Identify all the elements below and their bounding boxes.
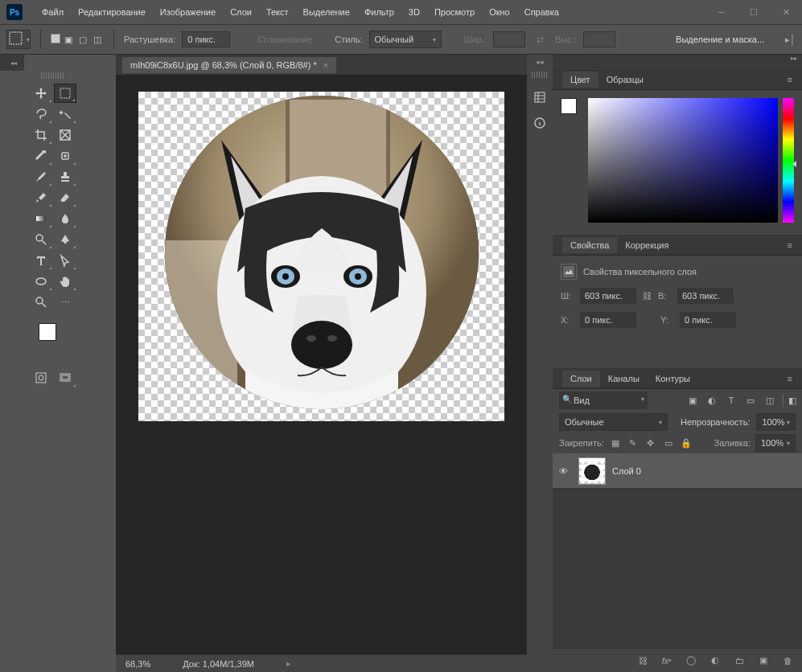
select-and-mask-button[interactable]: Выделение и маска... xyxy=(668,31,772,47)
swatches-tab[interactable]: Образцы xyxy=(598,72,652,88)
menu-help[interactable]: Справка xyxy=(517,4,566,20)
shape-tool[interactable] xyxy=(30,272,52,291)
eraser-tool[interactable] xyxy=(54,188,76,207)
filter-adjust-icon[interactable]: ◐ xyxy=(705,394,718,407)
selection-intersect-icon[interactable]: ◫ xyxy=(91,34,104,45)
antialias-checkbox[interactable] xyxy=(241,35,251,44)
layer-row[interactable]: 👁 Слой 0 xyxy=(553,453,802,489)
gradient-tool[interactable] xyxy=(30,209,52,228)
move-tool[interactable] xyxy=(30,84,52,103)
style-select[interactable]: Обычный▾ xyxy=(369,31,442,48)
feather-input[interactable] xyxy=(182,31,230,47)
minimize-button[interactable]: ─ xyxy=(705,0,738,24)
props-panel-menu-icon[interactable]: ≡ xyxy=(788,240,792,250)
link-wh-icon[interactable]: ⛓ xyxy=(643,291,652,301)
lasso-tool[interactable] xyxy=(30,104,52,124)
filter-shape-icon[interactable]: ▭ xyxy=(744,394,757,407)
selection-new-icon[interactable] xyxy=(51,34,60,43)
eyedropper-tool[interactable] xyxy=(30,146,52,166)
menu-file[interactable]: Файл xyxy=(35,4,71,20)
lock-pixels-icon[interactable]: ✎ xyxy=(627,436,640,449)
delete-layer-icon[interactable]: 🗑 xyxy=(781,654,794,667)
layers-tab[interactable]: Слои xyxy=(562,371,600,387)
toolbar-handle[interactable] xyxy=(41,72,65,79)
brush-tool[interactable] xyxy=(30,167,52,186)
dock-collapse-icon[interactable]: ◂◂ xyxy=(530,59,549,65)
zoom-tool[interactable] xyxy=(30,293,52,312)
fill-input[interactable]: 100%▾ xyxy=(755,434,796,452)
paths-tab[interactable]: Контуры xyxy=(648,371,698,387)
lock-position-icon[interactable]: ✥ xyxy=(644,436,657,449)
filter-type-icon[interactable]: T xyxy=(725,394,738,407)
dodge-tool[interactable] xyxy=(30,230,52,249)
menu-type[interactable]: Текст xyxy=(259,4,296,20)
mini-fg-swatch[interactable] xyxy=(561,98,577,114)
lock-all-icon[interactable]: 🔒 xyxy=(680,436,693,449)
frame-tool[interactable] xyxy=(54,125,76,145)
blend-mode-select[interactable]: Обычные▾ xyxy=(559,413,668,431)
color-swatches[interactable] xyxy=(39,323,68,352)
pen-tool[interactable] xyxy=(54,230,76,249)
color-field[interactable] xyxy=(588,98,778,223)
type-tool[interactable] xyxy=(30,251,52,270)
hue-indicator[interactable] xyxy=(792,161,796,167)
lock-artboard-icon[interactable]: ▭ xyxy=(662,436,675,449)
new-layer-icon[interactable]: ▣ xyxy=(757,654,770,667)
filter-pixel-icon[interactable]: ▣ xyxy=(686,394,699,407)
filter-smart-icon[interactable]: ◫ xyxy=(763,394,776,407)
menu-select[interactable]: Выделение xyxy=(296,4,357,20)
opacity-input[interactable]: 100%▾ xyxy=(756,413,796,431)
healing-tool[interactable] xyxy=(54,146,76,166)
layers-panel-menu-icon[interactable]: ≡ xyxy=(788,374,792,383)
height-dim-input[interactable] xyxy=(677,288,734,304)
menu-view[interactable]: Просмотр xyxy=(427,4,482,20)
document-tab[interactable]: mIh09iC8x6U.jpg @ 68,3% (Слой 0, RGB/8#)… xyxy=(122,57,336,73)
mask-icon[interactable]: ◯ xyxy=(685,654,697,667)
visibility-icon[interactable]: 👁 xyxy=(559,466,572,476)
crop-tool[interactable] xyxy=(30,125,52,145)
y-dim-input[interactable] xyxy=(680,312,736,328)
color-mini-swatches[interactable] xyxy=(561,98,583,121)
history-panel-icon[interactable] xyxy=(530,88,549,107)
magic-wand-tool[interactable] xyxy=(54,104,76,124)
canvas-viewport[interactable] xyxy=(116,76,527,654)
blur-tool[interactable] xyxy=(54,209,76,228)
link-layers-icon[interactable]: ⛓ xyxy=(636,654,649,667)
layer-thumbnail[interactable] xyxy=(578,457,606,485)
hand-tool[interactable] xyxy=(54,272,76,291)
color-panel-menu-icon[interactable]: ≡ xyxy=(788,75,792,84)
fx-icon[interactable]: fx▾ xyxy=(660,654,673,667)
tools-collapse-icon[interactable]: ◂◂ xyxy=(10,59,17,67)
history-brush-tool[interactable] xyxy=(30,188,52,207)
menu-edit[interactable]: Редактирование xyxy=(71,4,153,20)
path-select-tool[interactable] xyxy=(54,251,76,270)
menu-layer[interactable]: Слои xyxy=(223,4,259,20)
menu-window[interactable]: Окно xyxy=(482,4,517,20)
stamp-tool[interactable] xyxy=(54,167,76,186)
channels-tab[interactable]: Каналы xyxy=(600,371,648,387)
adjustments-tab[interactable]: Коррекция xyxy=(617,237,677,253)
group-icon[interactable]: 🗀 xyxy=(733,654,746,667)
options-collapse-icon[interactable]: ▸│ xyxy=(785,35,796,45)
x-dim-input[interactable] xyxy=(580,312,636,328)
tool-preset-icon[interactable]: ▾ xyxy=(6,30,31,49)
layer-filter-select[interactable] xyxy=(559,391,648,409)
menu-filter[interactable]: Фильтр xyxy=(357,4,401,20)
doc-size[interactable]: Док: 1,04M/1,39M xyxy=(183,659,254,669)
selection-subtract-icon[interactable]: ▢ xyxy=(76,34,89,45)
foreground-color-swatch[interactable] xyxy=(39,323,56,341)
maximize-button[interactable]: ☐ xyxy=(738,0,770,24)
close-button[interactable]: ✕ xyxy=(770,0,802,24)
width-dim-input[interactable] xyxy=(580,288,636,304)
canvas[interactable] xyxy=(138,92,504,421)
screen-mode-icon[interactable] xyxy=(54,368,76,387)
filter-toggle-icon[interactable]: ◧ xyxy=(783,394,796,407)
edit-toolbar[interactable]: ⋯ xyxy=(54,293,76,312)
lock-transparency-icon[interactable]: ▦ xyxy=(609,436,622,449)
marquee-tool[interactable] xyxy=(54,84,76,103)
menu-image[interactable]: Изображение xyxy=(153,4,223,20)
layer-name[interactable]: Слой 0 xyxy=(612,466,641,476)
panels-collapse-icon[interactable]: ▸▸ xyxy=(791,55,797,69)
adjustment-layer-icon[interactable]: ◐ xyxy=(709,654,722,667)
properties-tab[interactable]: Свойства xyxy=(562,237,617,253)
